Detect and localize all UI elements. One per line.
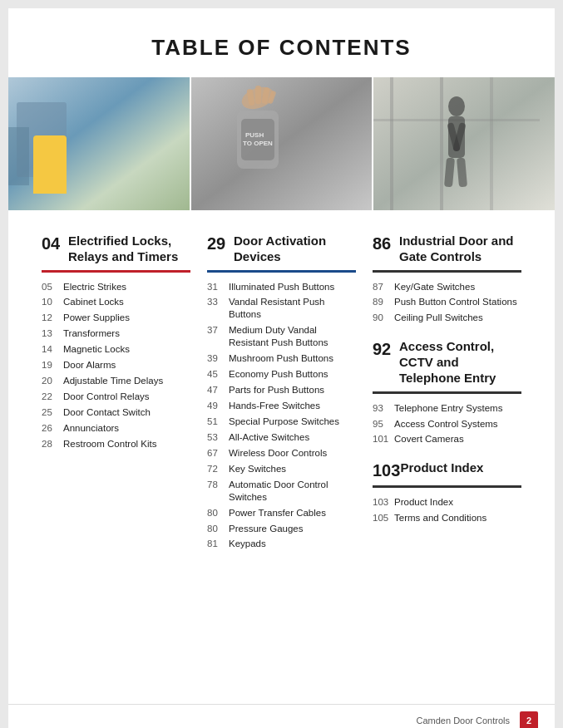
item-label: Restroom Control Kits (63, 438, 156, 450)
item-label: Magnetic Locks (63, 343, 130, 356)
item-number: 33 (207, 296, 229, 308)
list-item: 87 Key/Gate Switches (373, 281, 521, 293)
section-header-3c: 103 Product Index (373, 460, 521, 480)
svg-rect-5 (33, 173, 67, 180)
item-label: Illuminated Push Buttons (229, 281, 334, 293)
photo-1 (8, 77, 190, 210)
section-underline-2 (207, 270, 356, 273)
list-item: 19 Door Alarms (42, 359, 190, 371)
svg-point-3 (43, 154, 57, 167)
svg-text:PUSH: PUSH (245, 131, 264, 139)
item-label: Mushroom Push Buttons (229, 352, 333, 365)
footer-page-number: 2 (520, 711, 538, 728)
item-number: 28 (42, 438, 63, 450)
list-item: 33 Vandal Resistant Push Buttons (207, 296, 356, 321)
item-number: 93 (373, 402, 394, 415)
footer-brand-name: Camden Door Controls (417, 716, 511, 726)
list-item: 80 Power Transfer Cables (207, 507, 356, 519)
item-label: Medium Duty Vandal Resistant Push Button… (229, 324, 356, 349)
item-label: Keypads (229, 538, 266, 550)
item-label: Power Transfer Cables (229, 507, 326, 519)
svg-rect-19 (490, 77, 493, 210)
list-item: 67 Wireless Door Controls (207, 447, 356, 460)
list-item: 45 Economy Push Buttons (207, 368, 356, 381)
list-item: 47 Parts for Push Buttons (207, 384, 356, 396)
item-number: 101 (373, 433, 394, 445)
item-number: 80 (207, 523, 229, 535)
list-item: 93 Telephone Entry Systems (373, 402, 521, 415)
item-label: Access Control Systems (394, 418, 498, 430)
list-item: 28 Restroom Control Kits (42, 438, 190, 450)
toc-content: 04 Electrified Locks, Relays and Timers … (8, 210, 555, 704)
svg-rect-2 (8, 127, 29, 185)
item-number: 103 (373, 496, 394, 509)
item-number: 105 (373, 512, 394, 524)
item-label: Key/Gate Switches (394, 281, 475, 293)
list-item: 20 Adjustable Time Delays (42, 375, 190, 387)
item-label: Cabinet Locks (63, 296, 124, 308)
item-number: 37 (207, 324, 229, 337)
section-underline-3b (373, 391, 521, 394)
item-label: Annunciators (63, 422, 119, 435)
item-label: Key Switches (229, 463, 286, 475)
item-label: Ceiling Pull Switches (394, 312, 483, 324)
list-item: 101 Covert Cameras (373, 433, 521, 445)
item-label: Parts for Push Buttons (229, 384, 324, 396)
item-number: 80 (207, 507, 229, 519)
item-label: Telephone Entry Systems (394, 402, 502, 415)
item-number: 81 (207, 538, 229, 550)
item-number: 72 (207, 463, 229, 475)
list-item: 95 Access Control Systems (373, 418, 521, 430)
list-item: 14 Magnetic Locks (42, 343, 190, 356)
section-title-3c: Product Index (400, 460, 483, 476)
item-number: 14 (42, 343, 63, 356)
list-item: 39 Mushroom Push Buttons (207, 352, 356, 365)
item-label: All-Active Switches (229, 431, 309, 444)
item-number: 51 (207, 416, 229, 428)
toc-column-3: 86 Industrial Door and Gate Controls 87 … (373, 234, 521, 687)
item-label: Terms and Conditions (394, 512, 486, 524)
svg-rect-0 (8, 77, 190, 210)
list-item: 10 Cabinet Locks (42, 296, 190, 308)
item-number: 47 (207, 384, 229, 396)
item-label: Wireless Door Controls (229, 447, 327, 460)
list-item: 31 Illuminated Push Buttons (207, 281, 356, 293)
section-title-2: Door Activation Devices (234, 234, 356, 265)
item-number: 89 (373, 296, 394, 308)
list-item: 80 Pressure Gauges (207, 523, 356, 535)
item-label: Door Control Relays (63, 391, 150, 403)
item-number: 53 (207, 431, 229, 444)
list-item: 78 Automatic Door Control Switches (207, 479, 356, 504)
list-item: 13 Transformers (42, 327, 190, 340)
item-label: Hands-Free Switches (229, 400, 320, 412)
item-number: 49 (207, 400, 229, 412)
list-item: 37 Medium Duty Vandal Resistant Push But… (207, 324, 356, 349)
item-number: 20 (42, 375, 63, 387)
section-number-3a: 86 (373, 234, 399, 253)
list-item: 49 Hands-Free Switches (207, 400, 356, 412)
svg-rect-13 (255, 86, 261, 104)
svg-point-21 (448, 96, 465, 116)
list-item: 53 All-Active Switches (207, 431, 356, 444)
list-item: 12 Power Supplies (42, 312, 190, 324)
page-footer: Camden Door Controls 2 (8, 704, 555, 728)
list-item: 103 Product Index (373, 496, 521, 509)
item-label: Covert Cameras (394, 433, 464, 445)
item-label: Transformers (63, 327, 120, 340)
item-label: Product Index (394, 496, 453, 509)
page-title: TABLE OF CONTENTS (8, 8, 555, 77)
item-number: 25 (42, 406, 63, 419)
item-number: 22 (42, 391, 63, 403)
svg-rect-18 (440, 77, 443, 210)
section-title-1: Electrified Locks, Relays and Timers (68, 234, 190, 265)
section-title-3b: Access Control, CCTV and Telephone Entry (399, 339, 521, 386)
section-header-2: 29 Door Activation Devices (207, 234, 356, 265)
list-item: 26 Annunciators (42, 422, 190, 435)
section-header-1: 04 Electrified Locks, Relays and Timers (42, 234, 190, 265)
list-item: 25 Door Contact Switch (42, 406, 190, 419)
item-number: 45 (207, 368, 229, 381)
page: TABLE OF CONTENTS (8, 8, 555, 728)
svg-rect-6 (191, 77, 373, 210)
item-number: 39 (207, 352, 229, 365)
item-label: Push Button Control Stations (394, 296, 517, 308)
